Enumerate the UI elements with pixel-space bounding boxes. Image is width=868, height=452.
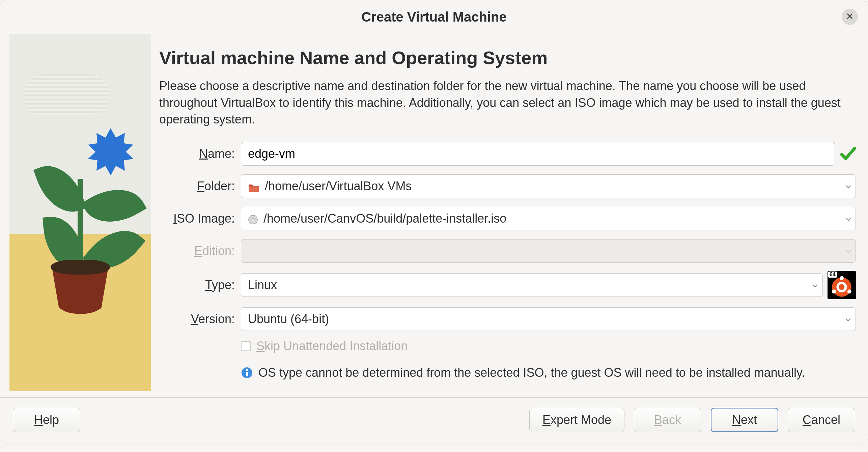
type-value: Linux <box>248 278 277 292</box>
svg-point-8 <box>246 369 248 371</box>
titlebar: Create Virtual Machine <box>0 0 868 34</box>
label-type: Type: <box>159 278 235 292</box>
edition-dropdown-button <box>841 239 856 262</box>
version-dropdown-button[interactable] <box>841 308 856 331</box>
wizard-button-bar: Help Expert Mode Back Next Cancel <box>0 397 868 444</box>
svg-point-2 <box>832 277 851 297</box>
close-icon <box>846 12 853 21</box>
row-version: Version: Ubuntu (64-bit) <box>159 307 856 332</box>
info-text: OS type cannot be determined from the se… <box>258 365 805 381</box>
svg-rect-9 <box>246 372 248 376</box>
disc-icon <box>248 214 258 224</box>
chevron-down-icon <box>845 244 852 258</box>
label-version: Version: <box>159 312 235 326</box>
row-edition: Edition: <box>159 238 856 263</box>
version-value: Ubuntu (64-bit) <box>248 312 329 326</box>
version-select[interactable]: Ubuntu (64-bit) <box>241 307 856 331</box>
svg-point-6 <box>847 289 851 293</box>
chevron-down-icon <box>845 179 852 193</box>
dialog-create-virtual-machine: Create Virtual Machine Virtual machine N… <box>0 0 868 444</box>
row-skip-unattended: Skip Unattended Installation <box>159 339 856 353</box>
back-button: Back <box>634 408 701 432</box>
chevron-down-icon <box>845 211 852 226</box>
os-logo-icon: 64 <box>828 271 856 299</box>
label-iso: ISO Image: <box>159 211 235 226</box>
close-button[interactable] <box>842 9 858 25</box>
type-select[interactable]: Linux <box>241 273 823 297</box>
name-input[interactable] <box>241 142 835 166</box>
label-edition: Edition: <box>159 244 235 258</box>
info-icon <box>241 367 253 379</box>
skip-unattended-checkbox <box>241 341 251 351</box>
cancel-button[interactable]: Cancel <box>788 408 855 432</box>
page-heading: Virtual machine Name and Operating Syste… <box>159 47 856 68</box>
type-dropdown-button[interactable] <box>808 274 822 296</box>
wizard-illustration <box>9 34 151 391</box>
folder-dropdown-button[interactable] <box>841 175 856 198</box>
svg-point-4 <box>840 276 844 280</box>
info-message: OS type cannot be determined from the se… <box>159 365 856 381</box>
row-folder: Folder: /home/user/VirtualBox VMs <box>159 174 856 199</box>
wizard-content: Virtual machine Name and Operating Syste… <box>159 34 859 391</box>
iso-combo[interactable]: /home/user/CanvOS/build/palette-installe… <box>241 207 856 230</box>
folder-value: /home/user/VirtualBox VMs <box>265 179 412 193</box>
page-description: Please choose a descriptive name and des… <box>159 78 856 128</box>
chevron-down-icon <box>812 278 818 292</box>
iso-value: /home/user/CanvOS/build/palette-installe… <box>263 211 506 226</box>
name-valid-icon <box>840 146 856 162</box>
label-name: Name: <box>159 147 235 161</box>
help-button[interactable]: Help <box>13 408 80 432</box>
folder-icon <box>248 181 259 191</box>
row-type: Type: Linux 64 <box>159 271 856 299</box>
edition-select <box>241 239 856 263</box>
svg-point-5 <box>832 289 836 293</box>
label-folder: Folder: <box>159 179 235 193</box>
iso-dropdown-button[interactable] <box>841 207 856 230</box>
chevron-down-icon <box>845 312 851 326</box>
skip-unattended-label: Skip Unattended Installation <box>256 339 408 353</box>
svg-point-1 <box>252 218 254 221</box>
expert-mode-button[interactable]: Expert Mode <box>529 408 624 432</box>
window-title: Create Virtual Machine <box>361 9 507 25</box>
row-iso: ISO Image: /home/user/CanvOS/build/palet… <box>159 206 856 231</box>
row-name: Name: <box>159 141 856 166</box>
folder-combo[interactable]: /home/user/VirtualBox VMs <box>241 174 856 198</box>
next-button[interactable]: Next <box>711 408 778 432</box>
wizard-form: Name: Folder: <box>159 141 856 381</box>
